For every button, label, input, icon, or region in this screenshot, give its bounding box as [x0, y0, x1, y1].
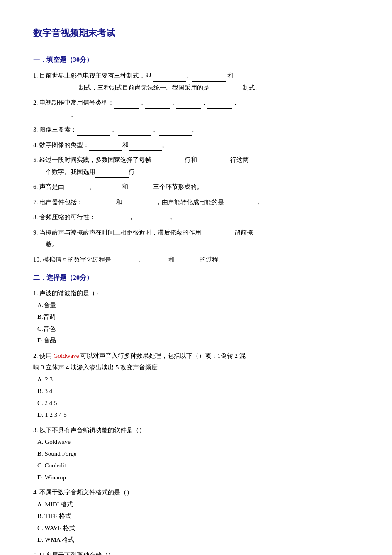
cq4-option-a: A. MIDI 格式: [37, 499, 359, 511]
q3-text: 图像三要素：， ， 。: [39, 126, 198, 133]
cq1-text: 声波的谱波指的是（）: [39, 290, 102, 296]
choice-question-5: 5. U 盘属于下列那种存储（） A. 磁存储 B. 光存储: [33, 549, 359, 555]
q2-text: 电视制作中常用信号类型：，，，，: [39, 99, 239, 106]
choice-question-1: 1. 声波的谱波指的是（） A.音量 B.音调 C.音色 D.音品: [33, 287, 359, 347]
cq2-option-b: B. 3 4: [37, 385, 359, 397]
q4-text: 数字图像的类型：和。: [39, 142, 168, 148]
cq3-option-b: B. Sound Forge: [37, 448, 359, 460]
cq1-num: 1.: [33, 290, 38, 296]
q5-num: 5.: [33, 156, 39, 163]
question-7: 7. 电声器件包括：和，由声能转化成电能的是。: [33, 196, 359, 208]
cq3-option-c: C. Cooledit: [37, 460, 359, 472]
section1-title: 一．填空题（30分）: [33, 54, 359, 66]
question-5: 5. 经过一段时间实践，多数国家选择了每帧行和行这两 个数字。我国选用行: [33, 154, 359, 178]
question-8: 8. 音频压缩的可行性：，，: [33, 211, 359, 223]
cq1-option-b: B.音调: [37, 311, 359, 323]
question-2: 2. 电视制作中常用信号类型：，，，， 。: [33, 97, 359, 120]
cq4-option-d: D. WMA 格式: [37, 534, 359, 546]
q4-num: 4.: [33, 142, 39, 148]
cq4-option-c: C. WAVE 格式: [37, 522, 359, 534]
cq3-num: 3.: [33, 427, 39, 433]
cq4-option-b: B. TIFF 格式: [37, 510, 359, 522]
q7-text: 电声器件包括：和，由声能转化成电能的是。: [39, 199, 263, 205]
cq2-text: 使用 Goldwave 可以对声音入行多种效果处理，包括以下（）项：1倒转 2 …: [39, 352, 246, 359]
cq5-text: U 盘属于下列那种存储（）: [39, 552, 114, 555]
q6-num: 6.: [33, 183, 39, 190]
cq2-option-d: D. 1 2 3 4 5: [37, 409, 359, 421]
q7-num: 7.: [33, 199, 39, 205]
cq3-option-a: A. Goldwave: [37, 436, 359, 448]
question-9: 9. 当掩蔽声与被掩蔽声在时间上相距很近时，滞后掩蔽的作用超前掩 蔽。: [33, 227, 359, 250]
page-title: 数字音视频期末考试: [33, 25, 359, 42]
cq2-option-a: A. 2 3: [37, 374, 359, 386]
cq4-text: 不属于数字音频文件格式的是（）: [39, 489, 133, 496]
q10-text: 模拟信号的数字化过程是， 和的过程。: [43, 256, 225, 263]
q8-num: 8.: [33, 214, 39, 220]
choice-question-4: 4. 不属于数字音频文件格式的是（） A. MIDI 格式 B. TIFF 格式…: [33, 487, 359, 546]
cq2-num: 2.: [33, 352, 39, 359]
q10-num: 10.: [33, 256, 43, 263]
section-choice: 二．选择题（20分） 1. 声波的谱波指的是（） A.音量 B.音调 C.音色 …: [33, 272, 359, 555]
q6-text: 声音是由、 和三个环节形成的。: [39, 183, 203, 190]
cq1-option-d: D.音品: [37, 335, 359, 347]
q9-num: 9.: [33, 229, 39, 236]
choice-question-2: 2. 使用 Goldwave 可以对声音入行多种效果处理，包括以下（）项：1倒转…: [33, 350, 359, 421]
question-4: 4. 数字图像的类型：和。: [33, 139, 359, 151]
section2-title: 二．选择题（20分）: [33, 272, 359, 284]
q5-text: 经过一段时间实践，多数国家选择了每帧行和行这两: [39, 156, 249, 163]
q3-num: 3.: [33, 126, 39, 133]
cq2-option-c: C. 2 4 5: [37, 397, 359, 409]
q1-text: 目前世界上彩色电视主要有三种制式，即 、 和: [39, 72, 234, 79]
question-1: 1. 目前世界上彩色电视主要有三种制式，即 、 和 制式，三种制式目前尚无法统一…: [33, 70, 359, 93]
choice-question-3: 3. 以下不具有声音编辑功能的软件是（） A. Goldwave B. Soun…: [33, 424, 359, 484]
cq3-option-d: D. Winamp: [37, 472, 359, 484]
q8-text: 音频压缩的可行性：，，: [39, 214, 174, 220]
q1-num: 1.: [33, 72, 39, 79]
cq1-option-c: C.音色: [37, 323, 359, 335]
q9-text: 当掩蔽声与被掩蔽声在时间上相距很近时，滞后掩蔽的作用超前掩: [39, 229, 253, 236]
cq5-num: 5.: [33, 552, 38, 555]
cq4-num: 4.: [33, 489, 38, 496]
cq3-text: 以下不具有声音编辑功能的软件是（）: [39, 427, 145, 433]
section-fill-blank: 一．填空题（30分） 1. 目前世界上彩色电视主要有三种制式，即 、 和 制式，…: [33, 54, 359, 266]
cq1-option-a: A.音量: [37, 299, 359, 311]
q2-num: 2.: [33, 99, 39, 106]
question-6: 6. 声音是由、 和三个环节形成的。: [33, 181, 359, 193]
question-10: 10. 模拟信号的数字化过程是， 和的过程。: [33, 254, 359, 266]
question-3: 3. 图像三要素：， ， 。: [33, 124, 359, 136]
